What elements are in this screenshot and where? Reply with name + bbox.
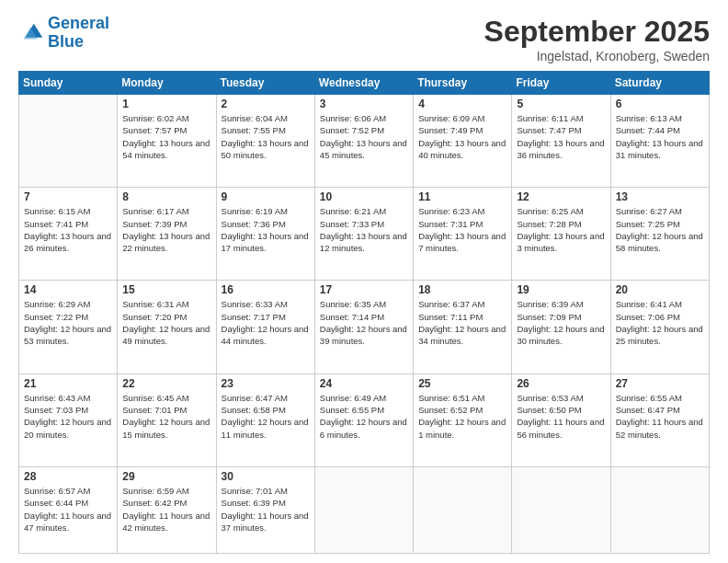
cell-info: Sunrise: 6:47 AMSunset: 6:58 PMDaylight:… bbox=[222, 392, 310, 441]
table-row: 4 Sunrise: 6:09 AMSunset: 7:49 PMDayligh… bbox=[414, 95, 512, 188]
cell-date: 21 bbox=[24, 377, 112, 390]
table-row: 23 Sunrise: 6:47 AMSunset: 6:58 PMDaylig… bbox=[216, 373, 314, 466]
table-row: 15 Sunrise: 6:31 AMSunset: 7:20 PMDaylig… bbox=[118, 281, 216, 373]
logo-icon bbox=[18, 20, 44, 46]
cell-date: 23 bbox=[222, 377, 310, 390]
table-row bbox=[19, 95, 118, 188]
cell-info: Sunrise: 6:51 AMSunset: 6:52 PMDaylight:… bbox=[418, 392, 506, 441]
cell-date: 30 bbox=[222, 470, 310, 483]
cell-date: 14 bbox=[24, 283, 112, 296]
table-row bbox=[512, 466, 610, 553]
cell-date: 20 bbox=[616, 283, 704, 296]
table-row: 16 Sunrise: 6:33 AMSunset: 7:17 PMDaylig… bbox=[216, 281, 314, 373]
logo: General Blue bbox=[18, 15, 109, 52]
table-row: 30 Sunrise: 7:01 AMSunset: 6:39 PMDaylig… bbox=[216, 466, 314, 553]
cell-date: 19 bbox=[517, 283, 605, 296]
cell-date: 28 bbox=[24, 470, 112, 483]
table-row bbox=[610, 466, 709, 553]
col-saturday: Saturday bbox=[610, 72, 709, 95]
table-row: 20 Sunrise: 6:41 AMSunset: 7:06 PMDaylig… bbox=[610, 281, 709, 373]
table-row: 27 Sunrise: 6:55 AMSunset: 6:47 PMDaylig… bbox=[610, 373, 709, 466]
logo-text: General Blue bbox=[48, 15, 109, 52]
cell-info: Sunrise: 6:11 AMSunset: 7:47 PMDaylight:… bbox=[517, 112, 605, 161]
cell-date: 18 bbox=[418, 283, 506, 296]
cell-info: Sunrise: 6:43 AMSunset: 7:03 PMDaylight:… bbox=[24, 392, 112, 441]
cell-date: 4 bbox=[418, 98, 506, 110]
cell-date: 3 bbox=[320, 98, 408, 110]
col-thursday: Thursday bbox=[414, 72, 512, 95]
cell-info: Sunrise: 6:59 AMSunset: 6:42 PMDaylight:… bbox=[122, 485, 210, 534]
table-row: 26 Sunrise: 6:53 AMSunset: 6:50 PMDaylig… bbox=[512, 373, 610, 466]
cell-date: 25 bbox=[418, 377, 506, 390]
cell-info: Sunrise: 6:09 AMSunset: 7:49 PMDaylight:… bbox=[418, 112, 506, 161]
cell-info: Sunrise: 6:41 AMSunset: 7:06 PMDaylight:… bbox=[616, 298, 704, 347]
table-row: 2 Sunrise: 6:04 AMSunset: 7:55 PMDayligh… bbox=[216, 95, 314, 188]
table-row: 29 Sunrise: 6:59 AMSunset: 6:42 PMDaylig… bbox=[118, 466, 216, 553]
cell-info: Sunrise: 6:21 AMSunset: 7:33 PMDaylight:… bbox=[320, 205, 408, 254]
table-row: 5 Sunrise: 6:11 AMSunset: 7:47 PMDayligh… bbox=[512, 95, 610, 188]
cell-date: 8 bbox=[122, 190, 210, 203]
col-friday: Friday bbox=[512, 72, 610, 95]
cell-date: 13 bbox=[616, 190, 704, 203]
table-row: 10 Sunrise: 6:21 AMSunset: 7:33 PMDaylig… bbox=[314, 188, 413, 281]
month-title: September 2025 bbox=[484, 15, 710, 49]
cell-date: 26 bbox=[517, 377, 605, 390]
table-row: 22 Sunrise: 6:45 AMSunset: 7:01 PMDaylig… bbox=[118, 373, 216, 466]
cell-date: 16 bbox=[222, 283, 310, 296]
cell-info: Sunrise: 6:04 AMSunset: 7:55 PMDaylight:… bbox=[222, 112, 310, 161]
cell-info: Sunrise: 6:29 AMSunset: 7:22 PMDaylight:… bbox=[24, 298, 112, 347]
cell-info: Sunrise: 6:37 AMSunset: 7:11 PMDaylight:… bbox=[418, 298, 506, 347]
table-row: 14 Sunrise: 6:29 AMSunset: 7:22 PMDaylig… bbox=[19, 281, 118, 373]
table-row: 9 Sunrise: 6:19 AMSunset: 7:36 PMDayligh… bbox=[216, 188, 314, 281]
cell-info: Sunrise: 6:13 AMSunset: 7:44 PMDaylight:… bbox=[616, 112, 704, 161]
table-row: 13 Sunrise: 6:27 AMSunset: 7:25 PMDaylig… bbox=[610, 188, 709, 281]
cell-date: 1 bbox=[122, 98, 210, 110]
cell-info: Sunrise: 6:35 AMSunset: 7:14 PMDaylight:… bbox=[320, 298, 408, 347]
table-row bbox=[314, 466, 413, 553]
table-row: 19 Sunrise: 6:39 AMSunset: 7:09 PMDaylig… bbox=[512, 281, 610, 373]
table-row bbox=[414, 466, 512, 553]
table-row: 6 Sunrise: 6:13 AMSunset: 7:44 PMDayligh… bbox=[610, 95, 709, 188]
table-row: 25 Sunrise: 6:51 AMSunset: 6:52 PMDaylig… bbox=[414, 373, 512, 466]
header: General Blue September 2025 Ingelstad, K… bbox=[18, 15, 710, 63]
page: General Blue September 2025 Ingelstad, K… bbox=[0, 0, 728, 563]
calendar-table: Sunday Monday Tuesday Wednesday Thursday… bbox=[18, 71, 710, 554]
cell-date: 17 bbox=[320, 283, 408, 296]
cell-info: Sunrise: 6:49 AMSunset: 6:55 PMDaylight:… bbox=[320, 392, 408, 441]
table-row: 12 Sunrise: 6:25 AMSunset: 7:28 PMDaylig… bbox=[512, 188, 610, 281]
cell-date: 10 bbox=[320, 190, 408, 203]
cell-date: 12 bbox=[517, 190, 605, 203]
cell-info: Sunrise: 6:33 AMSunset: 7:17 PMDaylight:… bbox=[222, 298, 310, 347]
cell-date: 29 bbox=[122, 470, 210, 483]
cell-info: Sunrise: 6:25 AMSunset: 7:28 PMDaylight:… bbox=[517, 205, 605, 254]
table-row: 18 Sunrise: 6:37 AMSunset: 7:11 PMDaylig… bbox=[414, 281, 512, 373]
location: Ingelstad, Kronoberg, Sweden bbox=[484, 49, 710, 63]
cell-date: 5 bbox=[517, 98, 605, 110]
title-block: September 2025 Ingelstad, Kronoberg, Swe… bbox=[484, 15, 710, 63]
col-tuesday: Tuesday bbox=[216, 72, 314, 95]
table-row: 11 Sunrise: 6:23 AMSunset: 7:31 PMDaylig… bbox=[414, 188, 512, 281]
table-row: 17 Sunrise: 6:35 AMSunset: 7:14 PMDaylig… bbox=[314, 281, 413, 373]
cell-info: Sunrise: 7:01 AMSunset: 6:39 PMDaylight:… bbox=[222, 485, 310, 534]
cell-info: Sunrise: 6:02 AMSunset: 7:57 PMDaylight:… bbox=[122, 112, 210, 161]
cell-info: Sunrise: 6:19 AMSunset: 7:36 PMDaylight:… bbox=[222, 205, 310, 254]
cell-date: 24 bbox=[320, 377, 408, 390]
table-row: 28 Sunrise: 6:57 AMSunset: 6:44 PMDaylig… bbox=[19, 466, 118, 553]
cell-info: Sunrise: 6:27 AMSunset: 7:25 PMDaylight:… bbox=[616, 205, 704, 254]
cell-info: Sunrise: 6:31 AMSunset: 7:20 PMDaylight:… bbox=[122, 298, 210, 347]
cell-date: 27 bbox=[616, 377, 704, 390]
cell-info: Sunrise: 6:53 AMSunset: 6:50 PMDaylight:… bbox=[517, 392, 605, 441]
cell-info: Sunrise: 6:17 AMSunset: 7:39 PMDaylight:… bbox=[122, 205, 210, 254]
col-monday: Monday bbox=[118, 72, 216, 95]
table-row: 8 Sunrise: 6:17 AMSunset: 7:39 PMDayligh… bbox=[118, 188, 216, 281]
cell-date: 9 bbox=[222, 190, 310, 203]
cell-info: Sunrise: 6:45 AMSunset: 7:01 PMDaylight:… bbox=[122, 392, 210, 441]
cell-info: Sunrise: 6:55 AMSunset: 6:47 PMDaylight:… bbox=[616, 392, 704, 441]
col-sunday: Sunday bbox=[19, 72, 118, 95]
cell-info: Sunrise: 6:06 AMSunset: 7:52 PMDaylight:… bbox=[320, 112, 408, 161]
cell-date: 6 bbox=[616, 98, 704, 110]
cell-info: Sunrise: 6:57 AMSunset: 6:44 PMDaylight:… bbox=[24, 485, 112, 534]
cell-info: Sunrise: 6:15 AMSunset: 7:41 PMDaylight:… bbox=[24, 205, 112, 254]
table-row: 1 Sunrise: 6:02 AMSunset: 7:57 PMDayligh… bbox=[118, 95, 216, 188]
logo-line1: General bbox=[48, 14, 109, 32]
